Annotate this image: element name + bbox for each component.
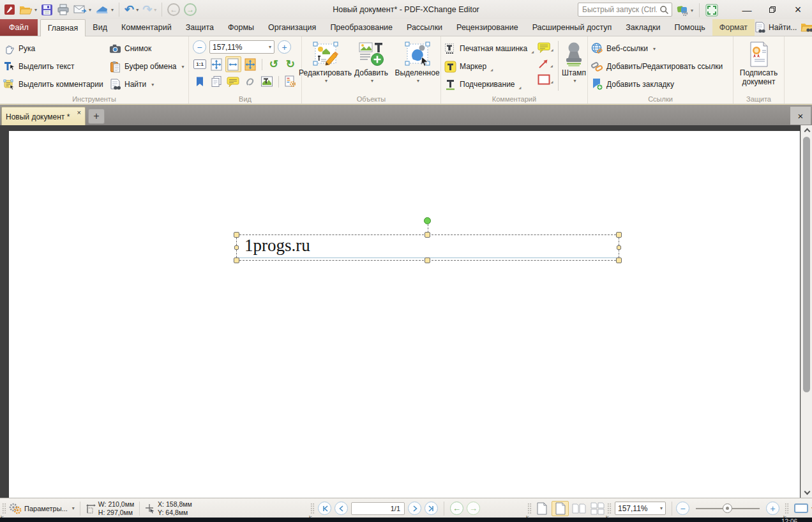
document-tab[interactable]: Новый документ * × <box>1 107 86 126</box>
continuous-view-button[interactable] <box>552 501 569 516</box>
bookmark-button[interactable] <box>192 73 207 89</box>
first-page-button[interactable] <box>318 502 331 515</box>
add-edit-links-button[interactable]: Добавить/Редактировать ссылки <box>588 58 733 75</box>
handle-mid-left[interactable] <box>234 245 239 250</box>
undo-button[interactable]: ↶▾ <box>123 2 140 17</box>
content-button[interactable] <box>259 73 274 89</box>
search-folder-button[interactable] <box>801 22 812 33</box>
find-tool-button[interactable]: Найти ▾ <box>106 75 188 93</box>
quick-launch-search[interactable] <box>578 3 672 17</box>
rotate-ccw-button[interactable]: ↺ <box>266 56 282 72</box>
tab-accessibility[interactable]: Расширенный доступ <box>525 19 619 36</box>
zoom-out-slider-button[interactable]: − <box>676 502 689 515</box>
handle-top-right[interactable] <box>616 232 622 238</box>
actual-size-button[interactable]: 1:1 <box>192 56 207 72</box>
sign-document-button[interactable]: Подписать документ <box>736 40 782 95</box>
tab-convert[interactable]: Преобразование <box>323 19 400 36</box>
fit-width-button[interactable] <box>225 56 241 72</box>
options-button[interactable]: Параметры... ▾ <box>9 503 75 514</box>
open-button[interactable]: ▾ <box>18 2 38 17</box>
zoom-slider[interactable] <box>696 508 760 509</box>
selected-text[interactable]: 1progs.ru <box>244 236 310 256</box>
arrow-tool-button[interactable]: ◢ <box>538 56 553 72</box>
search-input[interactable] <box>578 5 659 14</box>
handle-bottom-right[interactable] <box>616 257 622 263</box>
pane-grip[interactable] <box>607 503 612 514</box>
two-page-continuous-button[interactable] <box>589 501 606 516</box>
print-button[interactable] <box>56 2 71 17</box>
zoom-in-slider-button[interactable]: + <box>766 502 779 515</box>
clipboard-button[interactable]: Буфер обмена ▾ <box>106 58 188 75</box>
find-button[interactable]: Найти... <box>755 22 797 34</box>
typewriter-button[interactable]: Печатная машинка ◢ <box>441 40 534 58</box>
fit-page-button[interactable] <box>209 56 224 72</box>
page-properties-button[interactable] <box>283 73 298 89</box>
zoom-out-button[interactable]: − <box>193 40 206 54</box>
next-page-button[interactable] <box>408 502 421 515</box>
pane-grip[interactable] <box>310 503 315 514</box>
snapshot-button[interactable]: Снимок <box>106 40 188 58</box>
rotate-cw-button[interactable]: ↻ <box>283 56 298 72</box>
ui-options-button[interactable]: ▾ <box>675 3 695 18</box>
tab-file[interactable]: Файл <box>0 19 38 36</box>
tab-forms[interactable]: Формы <box>221 19 261 36</box>
history-forward-button[interactable]: → <box>183 2 198 17</box>
close-button[interactable]: × <box>785 1 811 18</box>
add-bookmark-button[interactable]: Добавить закладку <box>588 75 733 93</box>
last-page-button[interactable] <box>425 502 438 515</box>
tab-home[interactable]: Главная <box>40 19 86 36</box>
handle-top-left[interactable] <box>234 232 239 238</box>
zoom-in-button[interactable]: + <box>278 40 291 54</box>
fit-visible-button[interactable] <box>243 56 258 72</box>
scrollbar-thumb[interactable] <box>803 137 810 392</box>
tab-close-icon[interactable]: × <box>77 107 81 116</box>
close-document-button[interactable]: × <box>790 107 811 125</box>
handle-mid-right[interactable] <box>617 245 621 250</box>
handle-bottom-left[interactable] <box>234 257 239 263</box>
pane-grip[interactable] <box>527 503 532 514</box>
underline-button[interactable]: Подчеркивание ◢ <box>441 75 534 93</box>
pane-grip[interactable] <box>2 503 6 514</box>
zoom-slider-thumb[interactable] <box>723 503 732 513</box>
tab-organize[interactable]: Организация <box>261 19 323 36</box>
rotation-handle[interactable] <box>424 217 431 224</box>
tab-format[interactable]: Формат <box>712 19 755 36</box>
select-comments-button[interactable]: Выделить комментарии <box>0 75 106 93</box>
scroll-up-button[interactable] <box>801 125 812 135</box>
marker-button[interactable]: Маркер ◢ <box>441 58 534 75</box>
pane-grip[interactable] <box>785 503 789 514</box>
tab-mailings[interactable]: Рассылки <box>400 19 449 36</box>
attachments-button[interactable] <box>243 73 258 89</box>
copy-pages-button[interactable] <box>209 73 224 89</box>
email-button[interactable]: ▾ <box>72 2 93 17</box>
page-number-box[interactable]: 1/1 <box>351 502 405 515</box>
history-back-button[interactable]: ← <box>166 2 181 17</box>
tab-bookmarks[interactable]: Закладки <box>619 19 667 36</box>
selected-objects-button[interactable]: Выделенное ▾ <box>395 40 440 95</box>
add-objects-button[interactable]: Добавить ▾ <box>349 40 394 95</box>
new-tab-button[interactable]: + <box>88 109 105 124</box>
two-page-view-button[interactable] <box>570 501 587 516</box>
previous-page-button[interactable] <box>335 502 348 515</box>
text-object-selection[interactable]: 1progs.ru <box>236 234 619 261</box>
tab-review[interactable]: Рецензирование <box>449 19 525 36</box>
single-page-view-button[interactable] <box>533 501 550 516</box>
tab-protect[interactable]: Защита <box>179 19 221 36</box>
save-button[interactable] <box>40 2 54 17</box>
hand-tool-button[interactable]: Рука <box>0 40 106 58</box>
minimize-button[interactable]: — <box>734 1 760 18</box>
handle-top-center[interactable] <box>425 232 430 238</box>
tab-comment[interactable]: Комментарий <box>114 19 179 36</box>
sticky-note-button[interactable]: ◢ <box>538 40 553 56</box>
select-text-button[interactable]: Выделить текст <box>0 58 106 75</box>
zoom-combobox[interactable]: 157,11%▾ <box>209 40 274 54</box>
redo-button[interactable]: ↷▾ <box>141 2 158 17</box>
scroll-down-button[interactable] <box>801 487 812 498</box>
handle-bottom-center[interactable] <box>425 257 430 263</box>
vertical-scrollbar[interactable] <box>801 125 812 498</box>
rectangle-tool-button[interactable]: ◢ <box>538 72 553 88</box>
stamp-button[interactable]: Штамп ▾ <box>560 40 587 95</box>
tab-view[interactable]: Вид <box>86 19 114 36</box>
restore-button[interactable] <box>760 1 785 18</box>
web-links-button[interactable]: Веб-ссылки ▾ <box>588 40 733 58</box>
